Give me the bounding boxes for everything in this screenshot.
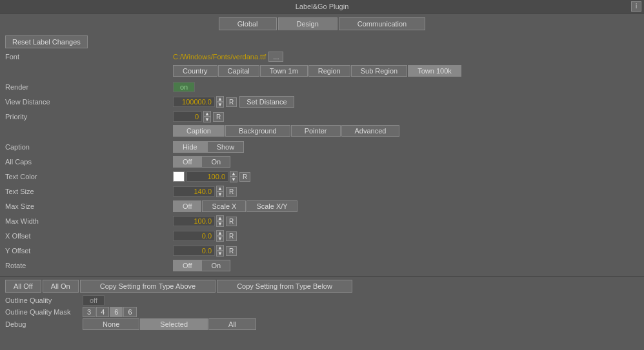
tab-town1m[interactable]: Town 1m xyxy=(260,65,308,77)
text-size-spinners: ▲ ▼ xyxy=(216,186,224,197)
tab-pointer[interactable]: Pointer xyxy=(291,125,341,137)
max-width-field: ▲ ▼ R xyxy=(173,215,237,227)
tab-background[interactable]: Background xyxy=(225,125,290,137)
oqm-btn-6a[interactable]: 6 xyxy=(110,307,123,317)
view-distance-input[interactable] xyxy=(173,97,215,107)
priority-label: Priority xyxy=(5,113,173,121)
type-tabs: Country Capital Town 1m Region Sub Regio… xyxy=(173,65,461,77)
font-path: C:/Windows/Fonts/verdana.ttf xyxy=(173,53,266,61)
tab-region[interactable]: Region xyxy=(308,65,350,77)
y-offset-input[interactable] xyxy=(173,246,215,256)
allcaps-row: All Caps Off On xyxy=(5,155,639,168)
copy-below-button[interactable]: Copy Setting from Type Below xyxy=(217,280,352,293)
x-offset-up[interactable]: ▲ xyxy=(216,230,224,236)
text-color-r[interactable]: R xyxy=(239,172,250,182)
text-color-up[interactable]: ▲ xyxy=(230,171,237,177)
view-distance-row: View Distance ▲ ▼ R Set Distance xyxy=(5,95,639,108)
text-color-down[interactable]: ▼ xyxy=(230,177,237,182)
max-size-scalexy-btn[interactable]: Scale X/Y xyxy=(247,200,297,212)
font-browse-button[interactable]: ... xyxy=(268,52,283,62)
y-offset-spinners: ▲ ▼ xyxy=(216,245,224,257)
caption-show-btn[interactable]: Show xyxy=(207,141,245,153)
view-distance-spinners: ▲ ▼ xyxy=(216,96,224,108)
outline-quality-mask-row: Outline Quality Mask 3 4 6 6 xyxy=(5,307,639,317)
x-offset-r[interactable]: R xyxy=(226,231,237,241)
priority-down[interactable]: ▼ xyxy=(203,117,211,122)
text-size-field: ▲ ▼ R xyxy=(173,186,237,197)
oqm-btn-3[interactable]: 3 xyxy=(83,307,96,317)
view-distance-r[interactable]: R xyxy=(226,97,237,107)
max-width-label: Max Width xyxy=(5,217,173,225)
all-off-button[interactable]: All Off xyxy=(5,280,41,293)
set-distance-button[interactable]: Set Distance xyxy=(239,96,294,108)
max-size-group: Off Scale X Scale X/Y xyxy=(173,200,297,212)
text-size-r[interactable]: R xyxy=(226,187,237,197)
text-size-up[interactable]: ▲ xyxy=(216,186,224,191)
caption-label: Caption xyxy=(5,143,173,151)
x-offset-spinners: ▲ ▼ xyxy=(216,230,224,242)
allcaps-on-btn[interactable]: On xyxy=(201,156,230,168)
allcaps-toggle: Off On xyxy=(173,156,230,168)
y-offset-up[interactable]: ▲ xyxy=(216,245,224,251)
tab-town100k[interactable]: Town 100k xyxy=(408,65,461,77)
view-distance-up[interactable]: ▲ xyxy=(216,96,224,102)
text-size-label: Text Size xyxy=(5,188,173,195)
text-size-down[interactable]: ▼ xyxy=(216,191,224,197)
main-tabs: Global Design Communication xyxy=(0,14,644,33)
y-offset-field: ▲ ▼ R xyxy=(173,245,237,257)
view-distance-field: ▲ ▼ R xyxy=(173,96,237,108)
debug-all-btn[interactable]: All xyxy=(208,318,256,330)
view-distance-label: View Distance xyxy=(5,98,173,106)
tab-subregion[interactable]: Sub Region xyxy=(351,65,408,77)
text-color-input[interactable] xyxy=(186,171,228,182)
max-width-r[interactable]: R xyxy=(226,217,237,226)
tab-country[interactable]: Country xyxy=(173,65,217,77)
max-width-up[interactable]: ▲ xyxy=(216,215,224,221)
rotate-on-btn[interactable]: On xyxy=(201,260,230,271)
y-offset-r[interactable]: R xyxy=(226,246,237,256)
y-offset-label: Y Offset xyxy=(5,247,173,255)
bottom-section: All Off All On Copy Setting from Type Ab… xyxy=(0,277,644,334)
y-offset-down[interactable]: ▼ xyxy=(216,251,224,257)
type-tabs-row: Country Capital Town 1m Region Sub Regio… xyxy=(5,65,639,79)
tab-design[interactable]: Design xyxy=(278,17,337,30)
oqm-btn-6b[interactable]: 6 xyxy=(123,307,136,317)
info-button[interactable]: i xyxy=(631,1,641,12)
max-width-input[interactable] xyxy=(173,216,215,226)
priority-field: ▲ ▼ R xyxy=(173,111,224,122)
bottom-buttons-row: All Off All On Copy Setting from Type Ab… xyxy=(5,280,639,293)
copy-above-button[interactable]: Copy Setting from Type Above xyxy=(80,280,216,293)
max-size-scalex-btn[interactable]: Scale X xyxy=(202,200,246,212)
priority-r[interactable]: R xyxy=(213,112,224,122)
view-distance-down[interactable]: ▼ xyxy=(216,102,224,108)
priority-spinners: ▲ ▼ xyxy=(203,111,211,122)
max-size-off-btn[interactable]: Off xyxy=(173,200,201,212)
oqm-btn-4[interactable]: 4 xyxy=(96,307,109,317)
rotate-off-btn[interactable]: Off xyxy=(173,260,201,271)
debug-selected-btn[interactable]: Selected xyxy=(140,318,208,330)
allcaps-off-btn[interactable]: Off xyxy=(173,156,201,168)
x-offset-input[interactable] xyxy=(173,231,215,241)
outline-quality-row: Outline Quality off xyxy=(5,295,639,306)
max-width-row: Max Width ▲ ▼ R xyxy=(5,215,639,228)
priority-up[interactable]: ▲ xyxy=(203,111,211,117)
content-area: Reset Label Changes Font C:/Windows/Font… xyxy=(0,33,644,277)
tab-global[interactable]: Global xyxy=(219,17,277,30)
priority-input[interactable] xyxy=(173,112,202,122)
debug-label: Debug xyxy=(5,320,83,328)
caption-hide-btn[interactable]: Hide xyxy=(173,141,207,153)
section-tabs-row: Caption Background Pointer Advanced xyxy=(5,125,639,139)
tab-caption[interactable]: Caption xyxy=(173,125,225,137)
color-swatch[interactable] xyxy=(173,171,185,182)
app-title: Label&Go Plugin xyxy=(296,3,349,10)
text-size-input[interactable] xyxy=(173,186,215,197)
x-offset-down[interactable]: ▼ xyxy=(216,236,224,242)
tab-capital[interactable]: Capital xyxy=(218,65,259,77)
debug-none-btn[interactable]: None xyxy=(83,318,139,330)
tab-communication[interactable]: Communication xyxy=(339,17,425,30)
caption-toggle: Hide Show xyxy=(173,141,244,153)
tab-advanced[interactable]: Advanced xyxy=(341,125,400,137)
all-on-button[interactable]: All On xyxy=(43,280,79,293)
reset-button[interactable]: Reset Label Changes xyxy=(5,35,88,48)
max-width-down[interactable]: ▼ xyxy=(216,221,224,227)
